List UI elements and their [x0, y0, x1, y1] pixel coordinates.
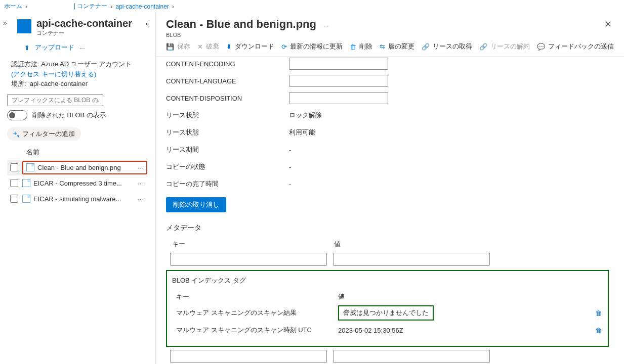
container-icon [17, 19, 31, 33]
file-icon [22, 195, 30, 203]
search-input[interactable] [7, 94, 103, 106]
changetier-button[interactable]: ⇆層の変更 [380, 42, 414, 51]
breadcrumb-container[interactable]: api-cache-container [115, 3, 169, 10]
tag-value: 2023-05-02 15:30:56Z [338, 327, 495, 334]
breadcrumb: ホーム › | コンテナー › api-cache-container › [0, 0, 624, 13]
location-value: api-cache-container [30, 80, 88, 87]
breadcrumb-home[interactable]: ホーム [4, 2, 22, 11]
tag-key-input[interactable] [170, 350, 327, 363]
show-deleted-toggle[interactable] [7, 110, 27, 120]
prop-key: リース期間 [166, 145, 289, 154]
prop-value: - [289, 146, 291, 154]
blob-checkbox[interactable] [10, 195, 18, 203]
save-icon: 💾 [166, 43, 174, 51]
download-icon: ⬇ [226, 43, 232, 51]
sidebar: » « api-cache-container コンテナー ⬆ アップロード ·… [0, 13, 156, 364]
blob-row[interactable]: EICAR - simulating malware... ··· [7, 191, 147, 207]
blob-name: Clean - Blue and benign.png [37, 164, 121, 171]
discard-button: ✕破棄 [197, 42, 219, 51]
metadata-value-input[interactable] [333, 253, 490, 266]
container-title: api-cache-container [36, 18, 132, 29]
breaklease-button: 🔗リースの解約 [479, 42, 530, 51]
prop-key: CONTENT-DISPOSITION [166, 95, 289, 102]
refresh-button[interactable]: ⟳最新の情報に更新 [281, 42, 343, 51]
auth-label: 認証方法: [11, 60, 39, 68]
metadata-key-input[interactable] [170, 253, 327, 266]
blob-row[interactable]: Clean - Blue and benign.png [22, 161, 147, 174]
prop-value: - [289, 163, 291, 171]
delete-tag-icon[interactable]: 🗑 [595, 327, 602, 334]
content-disposition-input[interactable] [289, 92, 388, 104]
auth-switch-link[interactable]: (アクセス キーに切り替える) [11, 70, 96, 78]
upload-button[interactable]: アップロード [35, 43, 74, 52]
blob-subtitle: BLOB [156, 32, 624, 38]
content-encoding-input[interactable] [289, 58, 388, 70]
blob-row-more[interactable]: ··· [137, 164, 144, 171]
prop-key: リース状態 [166, 111, 289, 120]
blob-row[interactable]: EICAR - Compressed 3 time... ··· [7, 175, 147, 191]
chevron-right-icon: › [25, 3, 27, 10]
metadata-value-header: 値 [334, 240, 341, 249]
auth-value: Azure AD ユーザー アカウント [41, 60, 132, 68]
acquirelease-button[interactable]: 🔗リースの取得 [422, 42, 472, 51]
save-button: 💾保存 [166, 42, 190, 51]
breadcrumb-containers[interactable]: | コンテナー [74, 2, 107, 11]
blob-name: EICAR - simulating malware... [33, 195, 121, 203]
plus-icon: +▾ [13, 129, 19, 139]
collapse-icon[interactable]: « [146, 20, 149, 27]
toolbar: 💾保存 ✕破棄 ⬇ダウンロード ⟳最新の情報に更新 🗑削除 ⇆層の変更 🔗リース… [156, 38, 624, 57]
feedback-icon: 💬 [537, 43, 545, 51]
collapse-left-icon[interactable]: » [3, 19, 7, 27]
upload-icon: ⬆ [24, 44, 30, 52]
file-icon [26, 163, 34, 171]
delete-icon: 🗑 [350, 43, 356, 51]
refresh-icon: ⟳ [281, 43, 287, 51]
prop-key: コピーの状態 [166, 162, 289, 171]
undelete-button[interactable]: 削除の取り消し [166, 197, 226, 212]
lease-icon: 🔗 [422, 43, 430, 51]
blob-row-more[interactable]: ··· [137, 195, 144, 203]
close-icon[interactable]: ✕ [604, 19, 612, 30]
tag-value: 脅威は見つかりませんでした [338, 305, 434, 321]
prop-key: コピーの完了時間 [166, 179, 289, 189]
chevron-right-icon: › [172, 3, 174, 10]
tag-row: マルウェア スキャニングのスキャン時刻 UTC 2023-05-02 15:30… [176, 326, 605, 335]
delete-button[interactable]: 🗑削除 [350, 42, 372, 51]
blob-index-tags-title: BLOB インデックス タグ [172, 276, 605, 285]
container-subtitle: コンテナー [36, 29, 132, 37]
chevron-right-icon: › [110, 3, 112, 10]
show-deleted-label: 削除された BLOB の表示 [32, 111, 106, 120]
properties-scroll[interactable]: CONTENT-ENCODING CONTENT-LANGUAGE CONTEN… [156, 57, 624, 364]
download-button[interactable]: ⬇ダウンロード [226, 42, 274, 51]
more-menu[interactable]: ··· [79, 44, 85, 52]
content-language-input[interactable] [289, 75, 388, 87]
prop-key: CONTENT-ENCODING [166, 60, 289, 68]
tier-icon: ⇆ [380, 43, 385, 51]
blob-checkbox[interactable] [10, 179, 18, 187]
file-icon [22, 179, 30, 187]
delete-tag-icon[interactable]: 🗑 [595, 309, 602, 317]
blob-row-more[interactable]: ··· [137, 179, 144, 187]
prop-key: リース状態 [166, 128, 289, 137]
prop-value: 利用可能 [289, 128, 315, 137]
blob-checkbox[interactable] [10, 163, 18, 171]
add-filter-button[interactable]: +▾ フィルターの追加 [7, 127, 81, 141]
tag-key: マルウェア スキャニングのスキャン結果 [176, 308, 338, 317]
feedback-button[interactable]: 💬フィードバックの送信 [537, 42, 614, 51]
title-more[interactable]: ··· [323, 22, 329, 29]
breaklease-icon: 🔗 [479, 43, 487, 51]
metadata-key-header: キー [172, 240, 334, 249]
discard-icon: ✕ [197, 43, 203, 51]
prop-key: CONTENT-LANGUAGE [166, 77, 289, 85]
metadata-title: メタデータ [166, 223, 609, 233]
location-label: 場所: [11, 80, 26, 87]
tag-value-header: 値 [338, 292, 345, 301]
blob-row-highlight-wrap: Clean - Blue and benign.png ··· [7, 160, 147, 175]
prop-value: - [289, 180, 291, 188]
prop-value: ロック解除 [289, 111, 322, 120]
tag-key-header: キー [176, 292, 338, 301]
blob-title: Clean - Blue and benign.png [166, 18, 316, 30]
tag-value-input[interactable] [333, 350, 490, 363]
tag-key: マルウェア スキャニングのスキャン時刻 UTC [176, 326, 338, 335]
blob-index-tags-box: BLOB インデックス タグ キー 値 マルウェア スキャニングのスキャン結果 … [166, 270, 609, 347]
